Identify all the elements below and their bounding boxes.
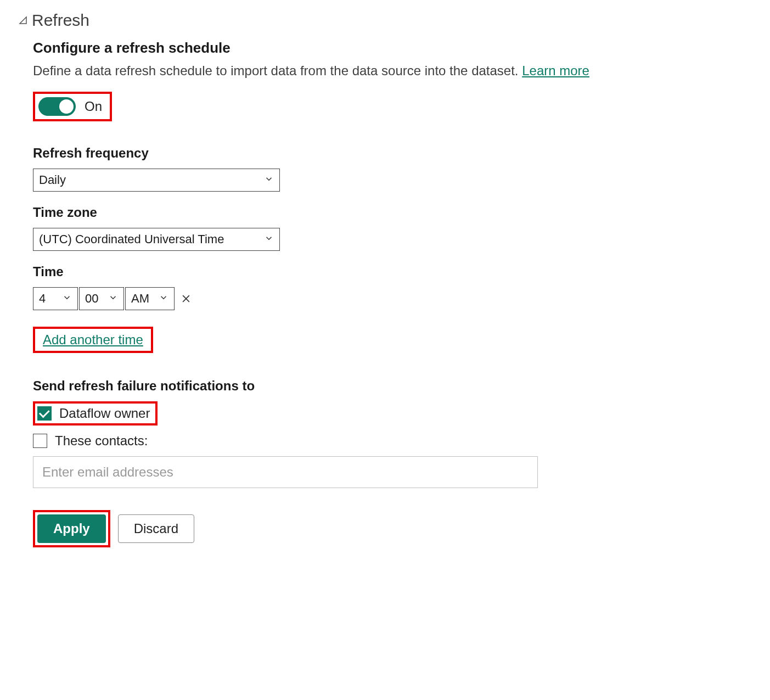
- add-time-highlight: Add another time: [33, 327, 153, 353]
- description-text: Define a data refresh schedule to import…: [33, 63, 759, 79]
- frequency-label: Refresh frequency: [33, 145, 759, 161]
- timezone-group: Time zone (UTC) Coordinated Universal Ti…: [33, 205, 759, 251]
- section-title: Refresh: [32, 11, 89, 30]
- schedule-toggle-highlight: On: [33, 92, 112, 121]
- time-period-value: AM: [131, 292, 149, 306]
- toggle-knob: [59, 99, 74, 114]
- timezone-select[interactable]: (UTC) Coordinated Universal Time: [33, 228, 280, 251]
- chevron-down-icon: [62, 292, 72, 306]
- discard-button[interactable]: Discard: [118, 514, 194, 543]
- chevron-down-icon: [264, 173, 274, 187]
- time-label: Time: [33, 264, 759, 279]
- time-period-select[interactable]: AM: [125, 287, 175, 310]
- notifications-label: Send refresh failure notifications to: [33, 378, 759, 394]
- frequency-select[interactable]: Daily: [33, 169, 280, 192]
- time-minute-select[interactable]: 00: [79, 287, 124, 310]
- owner-checkbox-highlight: Dataflow owner: [33, 401, 158, 425]
- email-input[interactable]: Enter email addresses: [33, 456, 538, 488]
- notifications-group: Send refresh failure notifications to Da…: [33, 378, 759, 488]
- button-row: Apply Discard: [33, 510, 759, 547]
- contacts-checkbox-row: These contacts:: [33, 433, 759, 449]
- collapse-icon: [18, 15, 29, 26]
- chevron-down-icon: [108, 292, 118, 306]
- description-body: Define a data refresh schedule to import…: [33, 63, 522, 78]
- owner-checkbox-label: Dataflow owner: [59, 406, 150, 421]
- refresh-section: Refresh Configure a refresh schedule Def…: [11, 11, 759, 547]
- time-hour-value: 4: [39, 292, 46, 306]
- section-header[interactable]: Refresh: [18, 11, 759, 30]
- time-minute-value: 00: [85, 292, 98, 306]
- time-hour-select[interactable]: 4: [33, 287, 78, 310]
- toggle-state-label: On: [85, 99, 102, 114]
- add-another-time-link[interactable]: Add another time: [43, 332, 143, 347]
- frequency-value: Daily: [39, 173, 66, 187]
- remove-time-button[interactable]: [178, 290, 194, 307]
- chevron-down-icon: [159, 292, 168, 306]
- contacts-checkbox-label: These contacts:: [55, 433, 148, 449]
- time-group: Time 4 00 AM: [33, 264, 759, 310]
- chevron-down-icon: [264, 232, 274, 247]
- owner-checkbox[interactable]: [37, 406, 52, 421]
- configure-subtitle: Configure a refresh schedule: [33, 40, 759, 57]
- schedule-toggle[interactable]: [38, 97, 76, 116]
- timezone-label: Time zone: [33, 205, 759, 220]
- apply-button[interactable]: Apply: [37, 514, 106, 543]
- learn-more-link[interactable]: Learn more: [522, 63, 589, 78]
- time-row: 4 00 AM: [33, 287, 759, 310]
- contacts-checkbox[interactable]: [33, 434, 47, 448]
- frequency-group: Refresh frequency Daily: [33, 145, 759, 192]
- timezone-value: (UTC) Coordinated Universal Time: [39, 232, 224, 247]
- email-placeholder: Enter email addresses: [42, 464, 173, 480]
- apply-button-highlight: Apply: [33, 510, 110, 547]
